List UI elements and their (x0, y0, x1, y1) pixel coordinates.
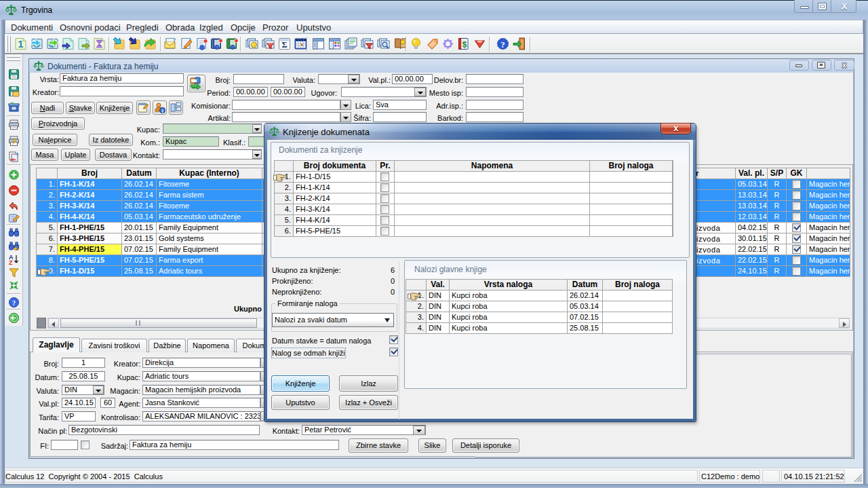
svg-text:Σ: Σ (281, 39, 288, 50)
svg-text:$: $ (462, 40, 467, 50)
svg-text:?: ? (500, 39, 505, 50)
svg-text:Z: Z (9, 259, 13, 265)
svg-text:?: ? (12, 299, 16, 307)
svg-text:1: 1 (18, 38, 23, 50)
svg-text:i: i (161, 108, 163, 114)
